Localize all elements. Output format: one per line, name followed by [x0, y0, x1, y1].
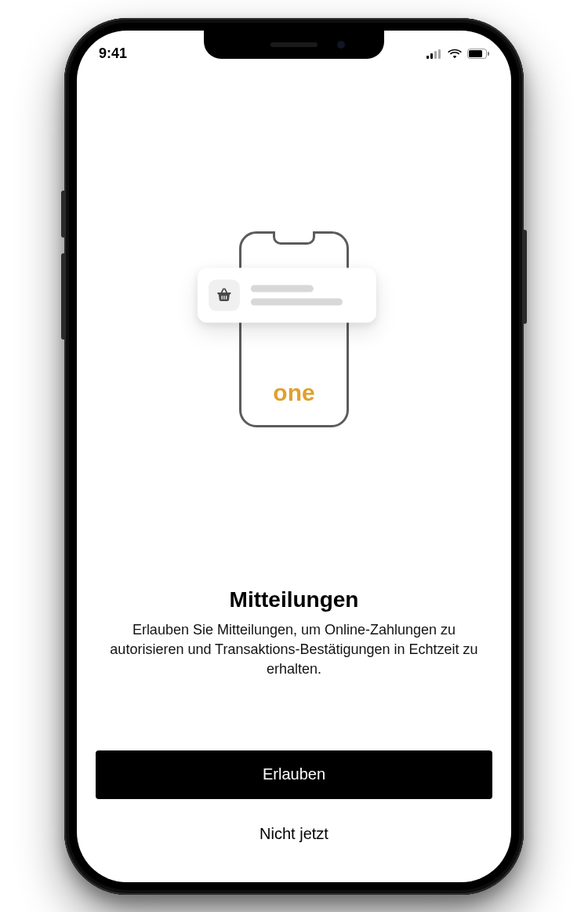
svg-rect-3: [438, 49, 441, 59]
not-now-button[interactable]: Nicht jetzt: [96, 810, 492, 859]
phone-device-frame: 9:41: [64, 18, 524, 895]
svg-rect-5: [469, 50, 482, 57]
notification-illustration: one: [96, 71, 492, 587]
svg-rect-7: [217, 292, 230, 294]
phone-notch: [204, 31, 384, 59]
battery-icon: [467, 49, 489, 59]
status-right-indicators: [426, 49, 489, 59]
shopping-basket-icon: [209, 279, 240, 311]
status-time: 9:41: [99, 45, 127, 62]
svg-rect-2: [434, 51, 437, 59]
illustration-text-lines: [251, 285, 365, 305]
wifi-icon: [448, 49, 462, 59]
main-content: one: [77, 71, 511, 882]
svg-rect-6: [488, 52, 489, 56]
svg-rect-0: [426, 56, 429, 59]
illustration-phone-outline: one: [239, 231, 349, 427]
prompt-description: Erlauben Sie Mitteilungen, um Online-Zah…: [102, 620, 486, 680]
phone-screen: 9:41: [77, 31, 511, 882]
prompt-title: Mitteilungen: [102, 587, 486, 612]
svg-rect-1: [430, 53, 433, 59]
allow-button[interactable]: Erlauben: [96, 750, 492, 799]
illustration-notification-card: [198, 267, 376, 322]
prompt-text-block: Mitteilungen Erlauben Sie Mitteilungen, …: [96, 587, 492, 680]
cellular-signal-icon: [426, 49, 442, 59]
illustration-brand-text: one: [273, 380, 314, 406]
